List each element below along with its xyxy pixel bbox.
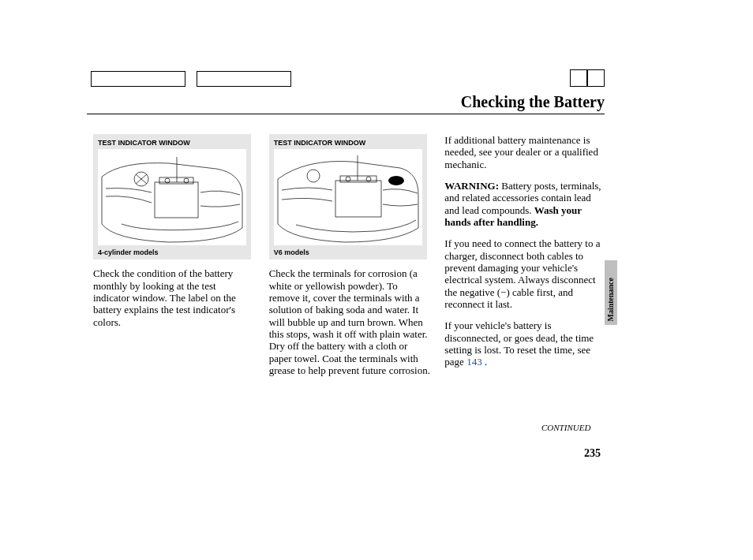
title-rule [87, 114, 605, 114]
page-title: Checking the Battery [87, 93, 605, 114]
svg-rect-6 [335, 181, 381, 217]
col3-warning: WARNING: Battery posts, terminals, and r… [444, 180, 606, 228]
svg-point-12 [388, 176, 404, 185]
figure-1-caption: 4-cylinder models [98, 248, 246, 257]
figure-2-caption: V6 models [274, 248, 422, 257]
mark-box-1 [91, 71, 185, 87]
mark-box-2 [197, 71, 291, 87]
figure-1-art [98, 149, 246, 245]
registration-marks [91, 71, 291, 87]
figure-1-label: TEST INDICATOR WINDOW [98, 139, 246, 147]
side-tab-label: Maintenance [606, 278, 615, 322]
corner-box-1 [570, 69, 587, 87]
engine-4cyl-illustration [98, 149, 246, 245]
col3-para-4: If your vehicle's battery is disconnecte… [444, 319, 606, 368]
svg-rect-1 [159, 177, 193, 184]
corner-box-2 [587, 69, 605, 87]
col1-para-1: Check the condition of the battery month… [93, 267, 255, 328]
col2-para-1: Check the terminals for corrosion (a whi… [269, 267, 431, 376]
column-2: TEST INDICATOR WINDOW [269, 134, 431, 386]
page-ref-link[interactable]: 143 [466, 356, 482, 368]
content-columns: TEST INDICATOR WINDOW [93, 134, 606, 386]
figure-2: TEST INDICATOR WINDOW [269, 134, 427, 259]
warning-label: WARNING: [444, 180, 499, 192]
continued-label: CONTINUED [541, 423, 590, 432]
svg-point-11 [307, 170, 320, 182]
svg-rect-0 [155, 182, 198, 218]
engine-v6-illustration [274, 149, 422, 245]
page-number: 235 [584, 447, 601, 460]
column-1: TEST INDICATOR WINDOW [93, 134, 255, 386]
figure-2-label: TEST INDICATOR WINDOW [274, 139, 422, 147]
figure-1: TEST INDICATOR WINDOW [93, 134, 251, 259]
column-3: If additional battery maintenance is nee… [444, 134, 606, 386]
corner-marks [570, 69, 605, 87]
col3-p4b: . [482, 356, 488, 368]
col3-para-1: If additional battery maintenance is nee… [444, 134, 606, 170]
col3-para-3: If you need to connect the battery to a … [444, 237, 606, 310]
figure-2-art [274, 149, 422, 245]
